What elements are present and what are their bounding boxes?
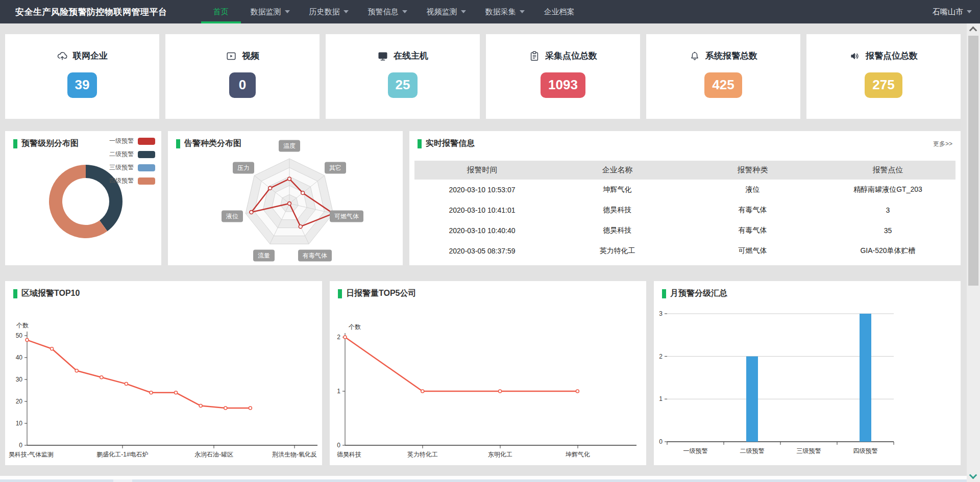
- region-label: 石嘴山市: [933, 7, 963, 17]
- legend-swatch: [138, 151, 155, 158]
- table-cell: GIA-520单体贮槽: [820, 246, 955, 256]
- svg-text:昊科技-气体监测: 昊科技-气体监测: [9, 451, 54, 458]
- nav-item-label: 首页: [213, 7, 229, 17]
- panel-title-text: 月预警分级汇总: [670, 288, 727, 299]
- stat-label: 报警点位总数: [866, 50, 918, 62]
- svg-text:东明化工: 东明化工: [488, 451, 512, 458]
- nav-item-2[interactable]: 历史数据: [300, 0, 358, 23]
- nav-item-3[interactable]: 预警信息: [358, 0, 417, 23]
- stat-value-badge: 0: [229, 72, 256, 98]
- vertical-scrollbar[interactable]: [967, 23, 980, 482]
- region-selector[interactable]: 石嘴山市: [933, 0, 972, 23]
- stat-card-5: 报警点位总数275: [806, 34, 961, 119]
- stat-label: 视频: [242, 50, 259, 62]
- legend-label: 二级预警: [109, 150, 134, 159]
- alarm-table: 报警时间企业名称报警种类报警点位 2020-03-10 10:53:07坤辉气化…: [414, 161, 955, 261]
- nav-item-5[interactable]: 数据采集: [476, 0, 534, 23]
- legend-item[interactable]: 一级预警: [109, 137, 155, 145]
- title-marker: [338, 289, 342, 298]
- table-cell: 可燃气体: [685, 246, 820, 256]
- next-section-header-edge: [0, 479, 967, 482]
- stat-value-badge: 275: [865, 72, 902, 98]
- nav-item-1[interactable]: 数据监测: [241, 0, 300, 23]
- svg-text:二级预警: 二级预警: [740, 447, 765, 454]
- stat-value-badge: 39: [67, 72, 97, 98]
- speaker-icon: [849, 50, 861, 62]
- legend-item[interactable]: 三级预警: [109, 163, 155, 172]
- column-header: 报警点位: [820, 165, 955, 175]
- stat-card-header: 报警点位总数: [849, 50, 918, 62]
- more-link[interactable]: 更多>>: [933, 140, 952, 148]
- radar-axis-label: 有毒气体: [298, 249, 332, 261]
- table-cell: 有毒气体: [685, 226, 820, 235]
- stat-value-badge: 425: [704, 72, 742, 98]
- table-cell: 2020-03-10 10:41:01: [414, 206, 550, 214]
- legend-label: 一级预警: [109, 137, 134, 145]
- panel-title: 预警级别分布图: [13, 138, 79, 149]
- top10-line-chart: 01020304050昊科技-气体监测鹏盛化工-1#电石炉永润石油-罐区荆洪生物…: [5, 281, 322, 465]
- table-cell: 英力特化工: [550, 246, 685, 256]
- chevron-down-icon: [520, 10, 525, 13]
- chevron-down-icon: [461, 10, 466, 13]
- donut-legend: 一级预警二级预警三级预警四级预警: [109, 137, 155, 190]
- legend-label: 四级预警: [109, 176, 134, 185]
- table-cell: 有毒气体: [685, 206, 820, 215]
- svg-text:坤辉气化: 坤辉气化: [566, 451, 590, 458]
- svg-text:三级预警: 三级预警: [797, 447, 821, 454]
- svg-text:30: 30: [16, 376, 23, 383]
- stat-value-badge: 1093: [541, 72, 585, 98]
- panel-title: 实时报警信息: [418, 138, 475, 149]
- stat-label: 联网企业: [73, 50, 108, 62]
- nav-item-6[interactable]: 企业档案: [534, 0, 584, 23]
- alarm-table-header: 报警时间企业名称报警种类报警点位: [414, 161, 955, 180]
- panel-title: 月预警分级汇总: [662, 288, 727, 299]
- title-marker: [13, 289, 17, 298]
- column-header: 企业名称: [550, 165, 685, 175]
- legend-item[interactable]: 二级预警: [109, 150, 155, 159]
- stat-label: 系统报警总数: [705, 50, 757, 62]
- panel-title-text: 日报警量TOP5公司: [346, 288, 416, 299]
- nav-item-0[interactable]: 首页: [201, 0, 241, 23]
- svg-text:鹏盛化工-1#电石炉: 鹏盛化工-1#电石炉: [96, 451, 148, 458]
- legend-swatch: [138, 164, 155, 171]
- stat-card-header: 视频: [226, 50, 259, 62]
- table-row: 2020-03-05 08:37:59英力特化工可燃气体GIA-520单体贮槽: [414, 241, 955, 261]
- svg-text:个数: 个数: [348, 323, 361, 331]
- panel-monthly-summary: 月预警分级汇总 0123一级预警二级预警三级预警四级预警: [654, 281, 961, 465]
- nav-item-4[interactable]: 视频监测: [417, 0, 476, 23]
- radar-axis-label: 流量: [253, 249, 275, 261]
- table-cell: 2020-03-10 10:53:07: [414, 186, 550, 194]
- nav-item-label: 预警信息: [368, 7, 399, 17]
- stat-label: 采集点位总数: [545, 50, 597, 62]
- panel-region-top10: 区域报警TOP10 01020304050昊科技-气体监测鹏盛化工-1#电石炉永…: [5, 281, 322, 465]
- nav-item-label: 数据采集: [485, 7, 516, 17]
- scroll-up-icon[interactable]: [969, 27, 977, 35]
- panel-daily-top5: 日报警量TOP5公司 012德昊科技英力特化工东明化工坤辉气化个数: [330, 281, 646, 465]
- table-cell: 2020-03-05 08:37:59: [414, 247, 550, 255]
- svg-text:1: 1: [659, 395, 663, 402]
- nav-item-label: 历史数据: [309, 7, 340, 17]
- legend-item[interactable]: 四级预警: [109, 176, 155, 185]
- svg-text:一级预警: 一级预警: [683, 447, 708, 454]
- radar-axis-label: 压力: [233, 162, 254, 173]
- nav-item-label: 企业档案: [544, 7, 575, 17]
- svg-text:0: 0: [337, 442, 340, 449]
- panel-title: 区域报警TOP10: [13, 288, 80, 299]
- title-marker: [176, 139, 180, 148]
- svg-text:荆洪生物-氧化反: 荆洪生物-氧化反: [272, 451, 317, 458]
- next-section-peek: [0, 476, 967, 482]
- svg-text:2: 2: [659, 353, 663, 360]
- table-cell: 德昊科技: [550, 206, 685, 215]
- scroll-down-icon[interactable]: [969, 471, 977, 479]
- column-header: 报警时间: [414, 165, 550, 175]
- stat-cards-row: 联网企业39视频0在线主机25采集点位总数1093系统报警总数425报警点位总数…: [5, 34, 961, 119]
- chevron-down-icon: [285, 10, 290, 13]
- stat-card-0: 联网企业39: [5, 34, 159, 119]
- scrollbar-thumb[interactable]: [968, 36, 978, 286]
- table-cell: 德昊科技: [550, 226, 685, 235]
- panel-title-text: 实时报警信息: [426, 138, 475, 149]
- charts-row-1: 预警级别分布图 一级预警二级预警三级预警四级预警 告警种类分布图 温度其它可燃气…: [5, 131, 961, 265]
- table-row: 2020-03-10 10:40:40德昊科技有毒气体35: [414, 220, 955, 241]
- svg-text:20: 20: [16, 398, 23, 405]
- table-cell: 液位: [685, 185, 820, 194]
